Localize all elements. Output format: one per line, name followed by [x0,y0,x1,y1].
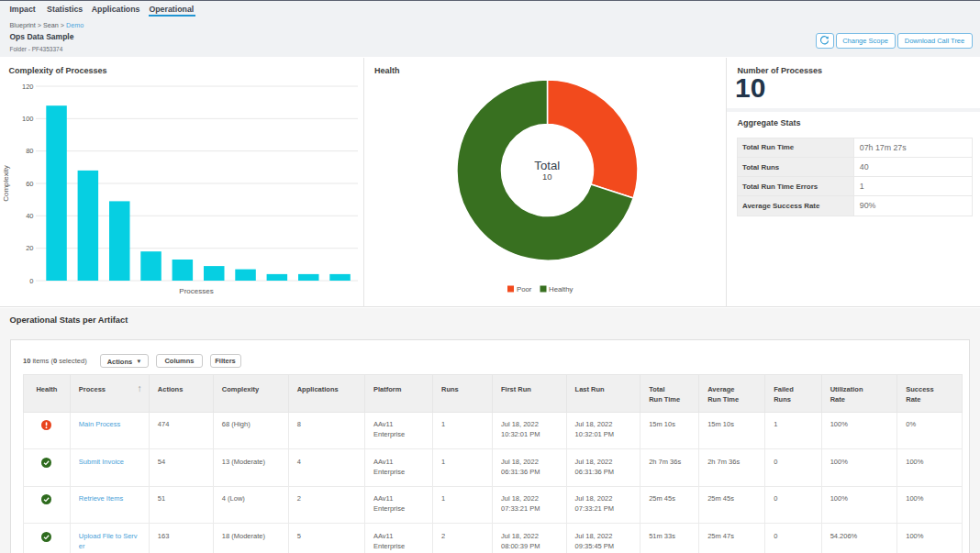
svg-text:Processes: Processes [179,287,213,295]
svg-text:Poor: Poor [517,285,532,293]
svg-text:0: 0 [29,277,33,285]
svg-text:120: 120 [22,83,34,91]
svg-text:Total: Total [534,159,560,172]
svg-text:100: 100 [22,115,34,123]
svg-text:Complexity: Complexity [2,165,10,202]
svg-text:80: 80 [26,147,33,155]
svg-text:10: 10 [542,171,552,182]
svg-text:60: 60 [26,180,33,188]
svg-text:Healthy: Healthy [549,285,574,293]
svg-text:20: 20 [26,244,33,252]
svg-text:40: 40 [26,212,33,220]
